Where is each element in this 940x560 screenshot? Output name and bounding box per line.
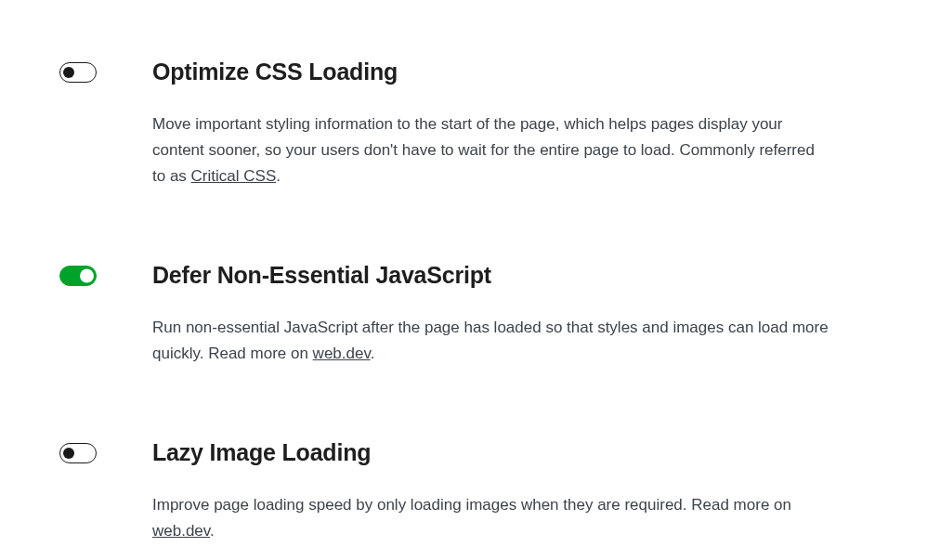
setting-description: Move important styling information to th… [152, 111, 830, 189]
desc-text-after: . [210, 522, 215, 540]
content-col: Lazy Image Loading Improve page loading … [152, 439, 830, 544]
setting-title: Lazy Image Loading [152, 439, 830, 466]
toggle-lazy-images[interactable] [59, 443, 97, 463]
setting-lazy-images: Lazy Image Loading Improve page loading … [59, 439, 881, 544]
toggle-knob [63, 67, 74, 78]
link-critical-css[interactable]: Critical CSS [191, 167, 277, 185]
setting-optimize-css: Optimize CSS Loading Move important styl… [59, 59, 881, 189]
toggle-knob [80, 269, 94, 283]
toggle-knob [63, 448, 74, 459]
content-col: Defer Non-Essential JavaScript Run non-e… [152, 262, 830, 367]
toggle-defer-js[interactable] [59, 266, 97, 286]
setting-defer-js: Defer Non-Essential JavaScript Run non-e… [59, 262, 881, 367]
content-col: Optimize CSS Loading Move important styl… [152, 59, 830, 189]
toggle-col [59, 262, 152, 290]
setting-title: Defer Non-Essential JavaScript [152, 262, 830, 289]
link-webdev[interactable]: web.dev [313, 345, 371, 362]
setting-description: Run non-essential JavaScript after the p… [152, 315, 830, 367]
toggle-optimize-css[interactable] [59, 62, 97, 83]
setting-description: Improve page loading speed by only loadi… [152, 492, 830, 544]
desc-text-before: Run non-essential JavaScript after the p… [152, 319, 829, 362]
desc-text-before: Improve page loading speed by only loadi… [152, 496, 791, 514]
desc-text-after: . [276, 167, 281, 185]
setting-title: Optimize CSS Loading [152, 59, 830, 85]
link-webdev[interactable]: web.dev [152, 522, 210, 540]
toggle-col [59, 439, 152, 467]
desc-text-after: . [371, 345, 375, 362]
toggle-col [59, 59, 152, 86]
